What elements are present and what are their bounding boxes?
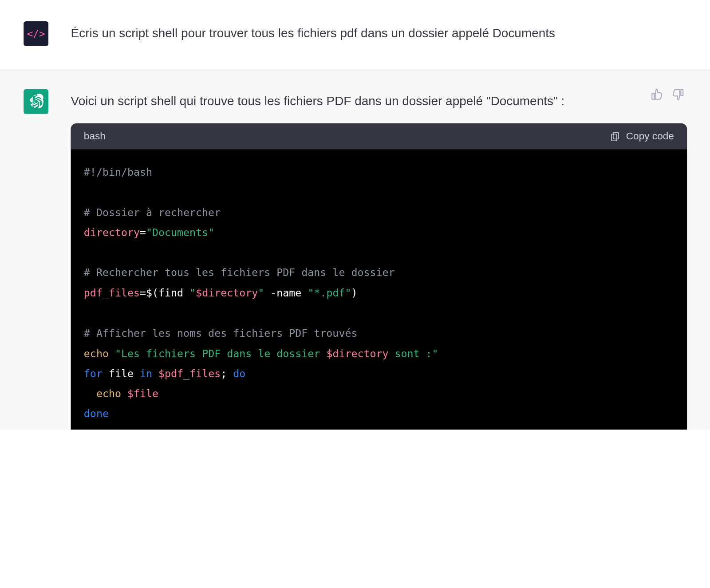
assistant-message-content: Voici un script shell qui trouve tous le… (71, 88, 687, 430)
assistant-intro-text: Voici un script shell qui trouve tous le… (71, 91, 687, 110)
copy-code-label: Copy code (626, 130, 674, 142)
code-token (84, 388, 96, 400)
user-avatar: </> (24, 21, 48, 46)
copy-code-button[interactable]: Copy code (610, 130, 674, 142)
code-token: -name (264, 287, 308, 299)
code-line: # Dossier à rechercher (84, 206, 221, 218)
code-token: for (84, 367, 103, 379)
code-token: echo (84, 347, 109, 359)
code-line: # Afficher les noms des fichiers PDF tro… (84, 327, 358, 339)
code-token: echo (96, 388, 121, 400)
svg-rect-0 (613, 132, 618, 139)
code-token: ) (351, 287, 357, 299)
user-prompt-text: Écris un script shell pour trouver tous … (71, 24, 687, 42)
code-token: in (140, 367, 152, 379)
code-token (121, 388, 127, 400)
code-token: $pdf_files (152, 367, 221, 379)
svg-rect-1 (611, 134, 617, 141)
code-line: # Rechercher tous les fichiers PDF dans … (84, 267, 395, 279)
code-language-label: bash (84, 130, 106, 142)
code-token: done (84, 408, 109, 420)
thumbs-up-icon[interactable] (651, 88, 663, 101)
code-token: " (258, 287, 264, 299)
code-token: $file (127, 388, 158, 400)
assistant-avatar (24, 89, 48, 114)
code-token: =$(find (140, 287, 189, 299)
code-token: "Documents" (146, 227, 214, 239)
openai-logo-icon (28, 93, 44, 110)
feedback-buttons (651, 88, 685, 101)
code-token: $directory (196, 287, 258, 299)
code-token: = (140, 227, 146, 239)
code-token: " (189, 287, 196, 299)
code-token: "Les fichiers PDF dans le dossier (115, 347, 326, 359)
user-message-row: </> Écris un script shell pour trouver t… (0, 0, 710, 70)
assistant-message-row: Voici un script shell qui trouve tous le… (0, 70, 710, 430)
user-avatar-text: </> (27, 28, 45, 40)
code-token (109, 347, 115, 359)
code-token: sont :" (389, 347, 438, 359)
code-token: directory (84, 227, 140, 239)
code-token: pdf_files (84, 287, 140, 299)
code-token: do (233, 367, 245, 379)
thumbs-down-icon[interactable] (672, 88, 685, 101)
user-message-content: Écris un script shell pour trouver tous … (71, 20, 687, 42)
code-block: bash Copy code #!/bin/bash # Dossier à r… (71, 123, 687, 430)
code-block-header: bash Copy code (71, 123, 687, 149)
code-block-body[interactable]: #!/bin/bash # Dossier à rechercher direc… (71, 149, 687, 430)
code-line: #!/bin/bash (84, 166, 152, 178)
code-token: ; (221, 367, 233, 379)
code-token: file (103, 367, 140, 379)
code-token: $directory (326, 347, 388, 359)
clipboard-icon (610, 131, 620, 142)
code-token: "*.pdf" (308, 287, 351, 299)
